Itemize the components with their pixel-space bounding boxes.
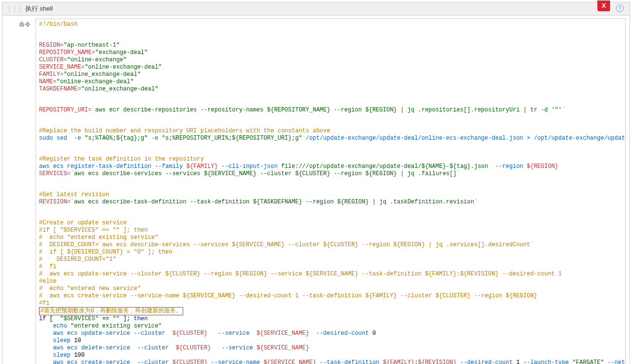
code-token: TASKDEFNAME (39, 86, 77, 92)
code-token: aws ecs update-service --cluster (39, 330, 172, 337)
code-token: "online-exchange-deal" (57, 78, 134, 85)
code-token: "ap-northeast-1" (63, 42, 119, 49)
code-token: ]; (120, 315, 134, 322)
code-line: # echo "entered existing service" (39, 234, 158, 241)
code-token: = (81, 64, 84, 71)
code-token: --service-name (208, 359, 264, 364)
code-token: if (39, 315, 46, 322)
code-line: #Register the task definition in the rep… (39, 156, 204, 163)
code-token: "online-exchange-deal" (85, 64, 162, 71)
code-token: =` (88, 107, 95, 113)
code-token: ${CLUSTER} (172, 359, 208, 364)
code-token: aws ecs delete-service --cluster (39, 345, 176, 351)
code-token: then (134, 315, 148, 322)
code-line: # if [ ${DESIRED_COUNT} = "0" ]; then (39, 249, 172, 255)
code-token: =` (67, 170, 74, 177)
code-line: #Create or update service (39, 219, 127, 226)
code-token: SERVICES (39, 170, 67, 177)
code-token: "online-exchange" (67, 56, 127, 63)
code-line: # aws ecs update-service --cluster ${CLU… (39, 271, 562, 277)
code-token: "entered existing service" (71, 323, 162, 329)
code-token: FAMILY (39, 71, 60, 78)
code-token: CLUSTER (39, 56, 63, 63)
code-token: echo (39, 323, 71, 329)
code-token: REPOSITORY_URI (39, 107, 88, 113)
code-token: "$SERVICES" (60, 315, 98, 322)
panel-title: 执行 shell (25, 4, 53, 13)
code-token: = (63, 56, 67, 63)
code-token: SERVICE_NAME (39, 64, 81, 71)
code-token: --service (208, 330, 257, 337)
code-token: "FARGATE" (573, 359, 604, 364)
code-line: #首先把预期数改为0，再删除服务，再创建新的服务。 (40, 308, 182, 314)
code-token: "exchange-deal" (95, 49, 148, 56)
code-token: [ (46, 315, 60, 322)
code-token: --region (488, 163, 527, 170)
code-token: sudo sed -e (39, 135, 85, 142)
code-token: -e (148, 135, 162, 142)
code-line: #if [ "$SERVICES" == "" ]; then (39, 227, 148, 234)
code-token: ${SERVICE_NAME} (257, 330, 309, 337)
code-line: # echo "entered new service" (39, 285, 141, 292)
code-token: 0 (372, 330, 376, 337)
command-textarea[interactable]: #!/bin/bash REGION="ap-northeast-1" REPO… (36, 18, 626, 364)
code-token: = (53, 78, 57, 85)
code-token: ` (562, 107, 565, 113)
code-token: ${SERVICE_NAME} (257, 345, 309, 351)
code-token: aws ecs register-task-definition --famil… (39, 163, 186, 170)
code-token: --desired-count (457, 359, 516, 364)
code-token: ` (457, 170, 460, 177)
code-token: 10 (74, 337, 81, 344)
code-line: #else (39, 278, 57, 285)
code-token: ${CLUSTER} (176, 345, 211, 351)
code-token: sleep (39, 352, 74, 359)
highlight-box-1: #首先把预期数改为0，再删除服务，再创建新的服务。 (39, 307, 183, 315)
code-token: ${REVISION} (418, 359, 457, 364)
code-token: == (98, 315, 113, 322)
form-row: 命令 #!/bin/bash REGION="ap-northeast-1" R… (2, 16, 630, 364)
code-token: /opt/update-exchange/update-deal/online-… (302, 135, 626, 142)
code-line: #fi (39, 300, 50, 307)
code-token: --launch-type (520, 359, 573, 364)
code-token: --task-definition (316, 359, 383, 364)
code-token: --networ (604, 359, 626, 364)
code-line: # DESIRED_COUNT=`aws ecs describe-servic… (39, 241, 534, 248)
code-token: 100 (74, 352, 85, 359)
code-line: # fi (39, 263, 57, 270)
code-token: 1 (516, 359, 519, 364)
code-token: aws ecs create-service --cluster (39, 359, 172, 364)
command-label: 命令 (6, 18, 36, 364)
code-token: REGION (39, 42, 60, 49)
code-token: "s;%REPOSITORY_URI%;${REPOSITORY_URI};g" (162, 135, 302, 142)
close-button[interactable]: X (597, 0, 610, 11)
code-token: ${REGION} (527, 163, 558, 170)
code-token: "s;%TAG%;${tag};g" (85, 135, 148, 142)
code-token: =` (67, 199, 74, 205)
drag-grip-icon[interactable]: ⋮⋮⋮ (6, 5, 22, 12)
code-token: file:///opt/update-exchange/update-deal/… (281, 163, 488, 170)
code-token: ${SERVICE_NAME} (264, 359, 316, 364)
code-token: : (415, 359, 418, 364)
code-token: REPOSITORY_NAME (39, 49, 92, 56)
code-token: --service (211, 345, 257, 351)
code-token: --desired-count (309, 330, 373, 337)
code-token: --cli-input-json (218, 163, 281, 170)
code-token: NAME (39, 78, 53, 85)
help-icon[interactable]: ? (616, 4, 624, 12)
code-token: ` (474, 199, 478, 205)
code-token: aws ecs describe-services --services ${S… (74, 170, 457, 177)
build-step-panel: ⋮⋮⋮ 执行 shell X ? 命令 #!/bin/bash REGION="… (2, 2, 630, 364)
code-token: "online_exchange-deal" (81, 86, 158, 92)
code-line: # DESIRED_COUNT="1" (39, 256, 116, 263)
code-token: aws ecr describe-repositories --reposito… (95, 107, 562, 113)
code-token: "" (113, 315, 119, 322)
code-token: ${CLUSTER} (172, 330, 208, 337)
code-line: # aws ecs create-service --service-name … (39, 292, 537, 299)
panel-header: ⋮⋮⋮ 执行 shell X ? (2, 2, 630, 16)
code-line: #Replace the build number and respositor… (39, 127, 330, 134)
code-token: REVISION (39, 199, 67, 205)
code-token: aws ecs describe-task-definition --task-… (74, 199, 474, 205)
code-token: ${FAMILY} (383, 359, 415, 364)
code-token: sleep (39, 337, 74, 344)
code-token: ${FAMILY} (186, 163, 218, 170)
